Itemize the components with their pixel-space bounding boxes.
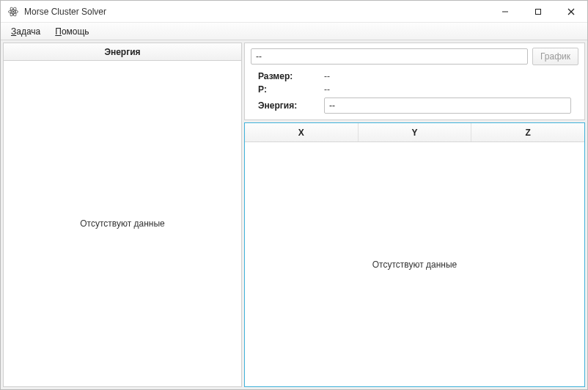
main-content: Энергия Отсутствуют данные -- График Раз… (1, 40, 587, 389)
window-title: Morse Cluster Solver (24, 7, 106, 17)
energy-label: Энергия: (258, 100, 324, 111)
titlebar: Morse Cluster Solver (1, 1, 587, 23)
menu-help[interactable]: Помощь (48, 23, 96, 40)
grid-empty: Отсутствуют данные (245, 142, 584, 386)
grid-header: X Y Z (245, 123, 584, 142)
p-label: P: (258, 84, 324, 95)
energy-input[interactable]: -- (324, 98, 571, 114)
summary-box: -- График Размер: -- P: -- Энергия: -- (244, 43, 585, 120)
col-z[interactable]: Z (471, 123, 584, 141)
name-input[interactable]: -- (251, 48, 528, 65)
svg-rect-5 (535, 9, 540, 14)
size-value: -- (324, 71, 571, 81)
coordinates-grid: X Y Z Отсутствуют данные (244, 122, 585, 387)
close-button[interactable] (554, 1, 587, 22)
col-x[interactable]: X (245, 123, 359, 141)
svg-point-0 (12, 10, 14, 12)
details-panel: -- График Размер: -- P: -- Энергия: -- X… (244, 43, 585, 387)
energy-list-empty: Отсутствуют данные (4, 61, 241, 386)
maximize-button[interactable] (521, 1, 554, 22)
app-icon (7, 5, 20, 18)
graph-button[interactable]: График (532, 48, 578, 65)
p-value: -- (324, 84, 571, 95)
col-y[interactable]: Y (359, 123, 472, 141)
window-controls (488, 1, 587, 22)
size-label: Размер: (258, 71, 324, 81)
app-window: Morse Cluster Solver Задача Помощь Энерг… (0, 0, 588, 390)
minimize-button[interactable] (488, 1, 521, 22)
energy-list-header: Энергия (4, 43, 241, 61)
menubar: Задача Помощь (1, 23, 587, 40)
energy-list-panel: Энергия Отсутствуют данные (3, 43, 242, 387)
menu-task[interactable]: Задача (4, 23, 48, 40)
